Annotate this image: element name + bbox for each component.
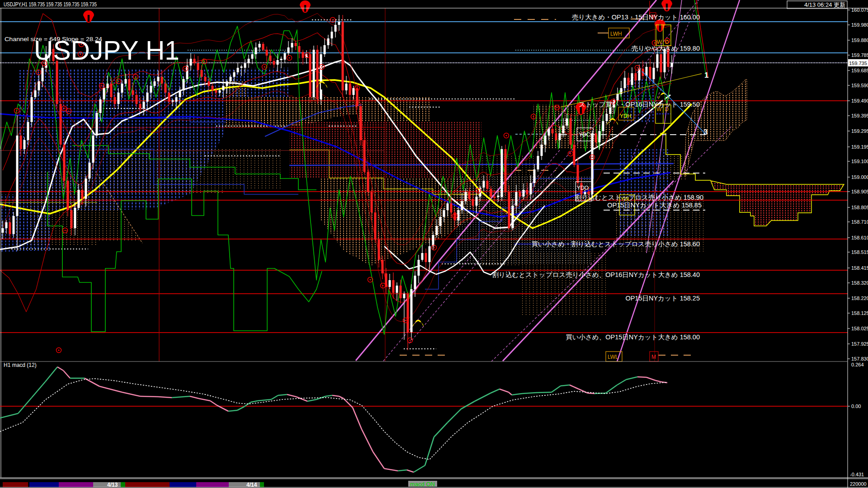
svg-text:LWH: LWH: [610, 31, 622, 37]
svg-text:YDO: YDO: [577, 185, 589, 191]
svg-text:YDH: YDH: [620, 113, 631, 119]
svg-text:4/13: 4/13: [107, 482, 118, 488]
svg-text:W: W: [657, 39, 662, 45]
svg-text:0.00: 0.00: [851, 404, 861, 409]
svg-text:158.805: 158.805: [851, 205, 868, 210]
svg-text:220000: 220000: [850, 481, 867, 487]
svg-text:158.125: 158.125: [851, 310, 868, 316]
svg-text:158.415: 158.415: [851, 265, 868, 271]
svg-text:159.735: 159.735: [849, 61, 867, 66]
svg-text:M: M: [651, 354, 656, 360]
svg-text:LWL: LWL: [608, 354, 618, 360]
svg-text:159.785: 159.785: [851, 52, 868, 58]
svg-text:157.830: 157.830: [851, 356, 868, 361]
svg-text:3: 3: [703, 128, 708, 136]
svg-text:買い小さめ、OP15日NYカット大きめ 158.00: 買い小さめ、OP15日NYカット大きめ 158.00: [566, 333, 700, 341]
svg-text:割り込むとストップロス売り小さめ 158.90: 割り込むとストップロス売り小さめ 158.90: [575, 194, 703, 201]
svg-text:YDC: YDC: [579, 131, 590, 138]
svg-text:158.320: 158.320: [851, 280, 868, 286]
svg-text:159.295: 159.295: [851, 128, 868, 134]
svg-text:158.710: 158.710: [851, 219, 868, 225]
svg-text:0.264: 0.264: [851, 362, 864, 367]
svg-text:158.610: 158.610: [851, 235, 868, 240]
svg-text:158.515: 158.515: [851, 249, 868, 255]
svg-text:159.590: 159.590: [851, 83, 868, 88]
svg-text:買い小さめ・割り込むとストップロス売り小さめ 158.60: 買い小さめ・割り込むとストップロス売り小さめ 158.60: [532, 240, 700, 248]
svg-text:158.220: 158.220: [851, 296, 868, 301]
svg-text:割り込むとストップロス売り小さめ、OP16日NYカット大きめ: 割り込むとストップロス売り小さめ、OP16日NYカット大きめ 158.40: [492, 271, 700, 278]
svg-text:売りやや大きめ 159.80: 売りやや大きめ 159.80: [631, 45, 700, 52]
svg-text:159.490: 159.490: [851, 98, 868, 103]
svg-text:159.100: 159.100: [851, 159, 868, 164]
svg-text:4/13 06:24 更新: 4/13 06:24 更新: [804, 1, 845, 8]
svg-text:USDJPY H1: USDJPY H1: [34, 36, 179, 66]
svg-text:H1 macd (12): H1 macd (12): [4, 362, 37, 368]
svg-text:158.025: 158.025: [851, 326, 868, 331]
svg-text:159.000: 159.000: [851, 174, 868, 180]
svg-text:159.685: 159.685: [851, 68, 868, 73]
svg-text:売り大きめ・OP13・15日NYカット 160.00: 売り大きめ・OP13・15日NYカット 160.00: [572, 14, 700, 21]
svg-text:D: D: [665, 39, 669, 45]
svg-text:157.925: 157.925: [851, 341, 868, 347]
svg-text:OP15日NYカット 158.25: OP15日NYカット 158.25: [625, 295, 700, 302]
svg-text:-0.431: -0.431: [850, 472, 864, 477]
svg-text:158.905: 158.905: [851, 189, 868, 194]
svg-text:USDJPY,H1 159.735 159.735 159: USDJPY,H1 159.735 159.735 159.735 159.73…: [4, 1, 97, 8]
svg-text:4/14: 4/14: [246, 482, 257, 488]
svg-text:ストップ買い・OP16日NYカット 159.50: ストップ買い・OP16日NYカット 159.50: [579, 101, 700, 108]
svg-text:159.195: 159.195: [851, 144, 868, 150]
svg-text:159.980: 159.980: [851, 22, 868, 28]
svg-text:159.395: 159.395: [851, 113, 868, 118]
svg-text:159.880: 159.880: [851, 38, 868, 43]
svg-text:OP15日NYカット大きめ 158.85: OP15日NYカット大きめ 158.85: [607, 202, 702, 209]
svg-text:160.075: 160.075: [851, 7, 868, 13]
svg-text:macd ON: macd ON: [410, 481, 435, 488]
svg-text:1: 1: [704, 71, 708, 80]
